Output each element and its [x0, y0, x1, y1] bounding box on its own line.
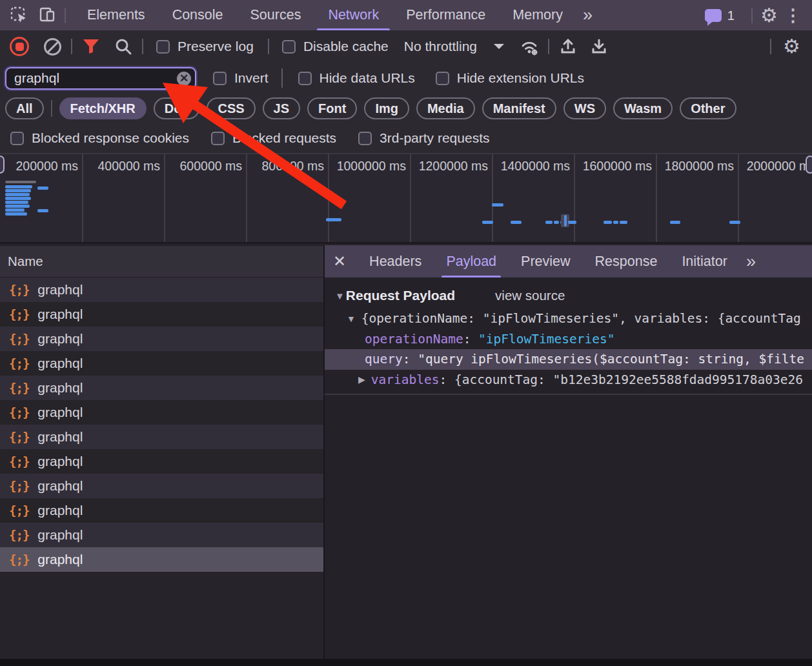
preserve-log-checkbox[interactable]: Preserve log — [156, 39, 254, 54]
overview-request-bar — [5, 189, 31, 192]
fetch-xhr-icon: {;} — [9, 430, 29, 444]
tab-performance[interactable]: Performance — [392, 0, 499, 30]
chip-all[interactable]: All — [5, 97, 44, 119]
throttling-caret-icon[interactable] — [494, 44, 504, 54]
issues-icon[interactable] — [705, 9, 722, 22]
request-name: graphql — [37, 356, 83, 371]
chip-manifest[interactable]: Manifest — [482, 97, 556, 119]
divider — [268, 39, 269, 54]
fetch-xhr-icon: {;} — [9, 356, 29, 370]
request-row[interactable]: {;}graphql — [0, 449, 323, 474]
detail-tab-preview[interactable]: Preview — [509, 245, 582, 278]
section-title: Request Payload — [346, 288, 455, 303]
network-overview-timeline[interactable]: 200000 ms400000 ms600000 ms800000 ms1000… — [0, 153, 812, 244]
chip-font[interactable]: Font — [307, 97, 357, 119]
settings-gear-icon[interactable]: ⚙ — [760, 6, 778, 25]
throttling-select[interactable]: No throttling — [404, 39, 477, 54]
view-source-link[interactable]: view source — [495, 288, 565, 303]
tab-network[interactable]: Network — [314, 0, 392, 30]
request-row[interactable]: {;}graphql — [0, 278, 323, 302]
chip-other[interactable]: Other — [680, 97, 736, 119]
tab-sources[interactable]: Sources — [237, 0, 315, 30]
request-row[interactable]: {;}graphql — [0, 400, 323, 425]
request-name: graphql — [37, 380, 83, 396]
detail-tab-payload[interactable]: Payload — [434, 245, 509, 278]
overview-request-bar — [5, 201, 28, 204]
chip-fetch-xhr[interactable]: Fetch/XHR — [59, 97, 147, 119]
payload-tree-line[interactable]: query: "query ipFlowTimeseries($accountT… — [325, 349, 812, 370]
collapsed-arrow-icon[interactable]: ▶ — [358, 374, 365, 385]
chip-css[interactable]: CSS — [207, 97, 255, 119]
chip-ws[interactable]: WS — [563, 97, 606, 119]
import-har-icon[interactable] — [557, 35, 579, 57]
clear-filter-icon[interactable]: ✕ — [177, 72, 191, 86]
chip-doc[interactable]: Doc — [154, 97, 200, 119]
chip-img[interactable]: Img — [364, 97, 409, 119]
detail-tabbar: ✕ HeadersPayloadPreviewResponseInitiator… — [325, 245, 812, 278]
blocked-requests-checkbox[interactable]: Blocked requests — [211, 130, 336, 146]
request-name: graphql — [37, 503, 83, 518]
request-name: graphql — [37, 282, 83, 298]
request-row[interactable]: {;}graphql — [0, 523, 323, 547]
overview-request-bar — [604, 221, 612, 224]
detail-tab-initiator[interactable]: Initiator — [669, 245, 740, 278]
divider — [65, 8, 66, 23]
request-row[interactable]: {;}graphql — [0, 474, 323, 498]
request-row[interactable]: {;}graphql — [0, 351, 323, 376]
overview-request-bar — [5, 212, 27, 216]
payload-tree-line[interactable]: ▼{operationName: "ipFlowTimeseries", var… — [325, 308, 812, 329]
devtools-window: ElementsConsoleSourcesNetworkPerformance… — [0, 0, 812, 666]
expanded-arrow-icon[interactable]: ▼ — [347, 314, 356, 324]
chip-media[interactable]: Media — [416, 97, 475, 119]
search-icon[interactable] — [112, 35, 134, 57]
clear-network-log-button[interactable] — [41, 35, 63, 57]
inspect-element-icon[interactable] — [9, 6, 28, 25]
invert-checkbox[interactable]: Invert — [213, 70, 269, 86]
hide-extension-urls-checkbox[interactable]: Hide extension URLs — [436, 70, 584, 86]
request-row[interactable]: {;}graphql — [0, 498, 323, 523]
payload-token: : — [463, 332, 478, 347]
tab-memory[interactable]: Memory — [499, 0, 576, 30]
payload-tree-line[interactable]: operationName: "ipFlowTimeseries" — [325, 329, 812, 350]
hide-data-urls-checkbox[interactable]: Hide data URLs — [298, 70, 415, 86]
request-row-selected[interactable]: {;}graphql — [0, 547, 323, 572]
chip-wasm[interactable]: Wasm — [613, 97, 673, 119]
request-detail-panel: ✕ HeadersPayloadPreviewResponseInitiator… — [325, 245, 812, 659]
request-payload-section-header[interactable]: ▼ Request Payload view source — [325, 278, 812, 308]
request-row[interactable]: {;}graphql — [0, 425, 323, 449]
close-detail-icon[interactable]: ✕ — [325, 252, 357, 270]
filter-funnel-icon[interactable] — [80, 35, 102, 57]
section-collapse-icon[interactable]: ▼ — [335, 290, 345, 301]
overview-right-handle[interactable] — [806, 156, 812, 174]
overview-request-bar — [37, 209, 48, 212]
tab-console[interactable]: Console — [159, 0, 237, 30]
payload-token: "ipFlowTimeseries" — [478, 332, 614, 347]
main-menu-kebab-icon[interactable]: ⋮ — [778, 5, 812, 26]
tab-elements[interactable]: Elements — [74, 0, 159, 30]
filter-input[interactable] — [14, 70, 169, 86]
record-network-log-button[interactable] — [8, 35, 30, 57]
divider — [770, 39, 771, 54]
more-detail-tabs-icon[interactable]: » — [740, 252, 761, 272]
payload-tree-line[interactable]: ▶variables: {accountTag: "b12e3b2192ee55… — [325, 370, 812, 390]
network-toolbar: Preserve log Disable cache No throttling — [0, 30, 812, 63]
request-row[interactable]: {;}graphql — [0, 302, 323, 327]
network-settings-gear-icon[interactable]: ⚙ — [783, 37, 800, 56]
device-toolbar-icon[interactable] — [37, 6, 57, 25]
blocked-response-cookies-checkbox[interactable]: Blocked response cookies — [10, 130, 189, 146]
name-column-header[interactable]: Name — [0, 245, 323, 278]
request-row[interactable]: {;}graphql — [0, 327, 323, 351]
fetch-xhr-icon: {;} — [9, 332, 29, 346]
3rd-party-requests-checkbox[interactable]: 3rd-party requests — [358, 130, 489, 146]
chip-js[interactable]: JS — [263, 97, 300, 119]
overview-left-handle[interactable] — [0, 156, 5, 174]
network-conditions-icon[interactable] — [518, 35, 540, 57]
detail-tab-response[interactable]: Response — [583, 245, 670, 278]
more-panels-icon[interactable]: » — [576, 5, 598, 25]
request-row[interactable]: {;}graphql — [0, 376, 323, 400]
detail-tab-headers[interactable]: Headers — [357, 245, 434, 278]
export-har-icon[interactable] — [588, 35, 610, 57]
payload-token: : "query ipFlowTimeseries($accountTag: s… — [403, 352, 804, 367]
disable-cache-checkbox[interactable]: Disable cache — [282, 39, 389, 54]
overview-request-bar — [613, 221, 618, 224]
